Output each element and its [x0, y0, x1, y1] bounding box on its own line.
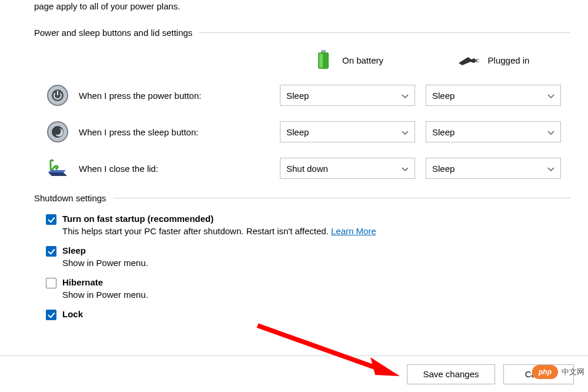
sleep-checkbox[interactable] [46, 246, 56, 257]
power-button-on-battery-select[interactable]: Sleep [280, 85, 415, 106]
chevron-down-icon [402, 91, 409, 101]
lock-title: Lock [62, 309, 83, 319]
fast-startup-title: Turn on fast startup (recommended) [62, 214, 376, 224]
svg-rect-3 [475, 59, 479, 60]
sleep-button-plugged-in-select[interactable]: Sleep [426, 121, 561, 142]
svg-rect-2 [319, 54, 323, 68]
save-changes-button[interactable]: Save changes [407, 364, 495, 384]
lock-checkbox[interactable] [46, 310, 56, 320]
sleep-desc: Show in Power menu. [62, 258, 148, 268]
close-lid-label: When I close the lid: [79, 164, 158, 174]
power-button-icon [46, 84, 69, 107]
svg-rect-0 [321, 50, 326, 52]
svg-rect-4 [475, 61, 479, 62]
plug-icon [457, 48, 481, 72]
chevron-down-icon [547, 127, 554, 137]
sleep-button-on-battery-select[interactable]: Sleep [280, 121, 415, 142]
battery-icon [312, 48, 335, 72]
close-lid-icon [46, 157, 69, 180]
sleep-title: Sleep [62, 245, 148, 255]
chevron-down-icon [547, 164, 554, 174]
footer-bar: Save changes Cancel [0, 356, 588, 392]
chevron-down-icon [547, 91, 554, 101]
power-buttons-section-title: Power and sleep buttons and lid settings [34, 28, 192, 38]
hibernate-desc: Show in Power menu. [62, 290, 148, 300]
chevron-down-icon [402, 164, 409, 174]
close-lid-plugged-in-select[interactable]: Sleep [426, 158, 561, 179]
chevron-down-icon [402, 127, 409, 137]
cancel-button[interactable]: Cancel [503, 364, 574, 384]
sleep-button-icon [46, 120, 69, 144]
learn-more-link[interactable]: Learn More [331, 226, 376, 236]
fast-startup-checkbox[interactable] [46, 214, 56, 225]
sleep-button-label: When I press the sleep button: [79, 127, 198, 137]
divider [113, 198, 570, 198]
power-button-label: When I press the power button: [79, 91, 201, 101]
hibernate-checkbox[interactable] [46, 278, 56, 288]
close-lid-on-battery-select[interactable]: Shut down [280, 158, 415, 179]
fast-startup-desc: This helps start your PC faster after sh… [62, 226, 376, 236]
intro-text: page apply to all of your power plans. [34, 0, 570, 12]
shutdown-section-title: Shutdown settings [34, 193, 106, 203]
hibernate-title: Hibernate [62, 277, 148, 287]
power-button-plugged-in-select[interactable]: Sleep [426, 85, 561, 106]
divider [199, 32, 570, 33]
plugged-in-column-header: Plugged in [426, 48, 561, 72]
on-battery-column-header: On battery [280, 48, 415, 72]
